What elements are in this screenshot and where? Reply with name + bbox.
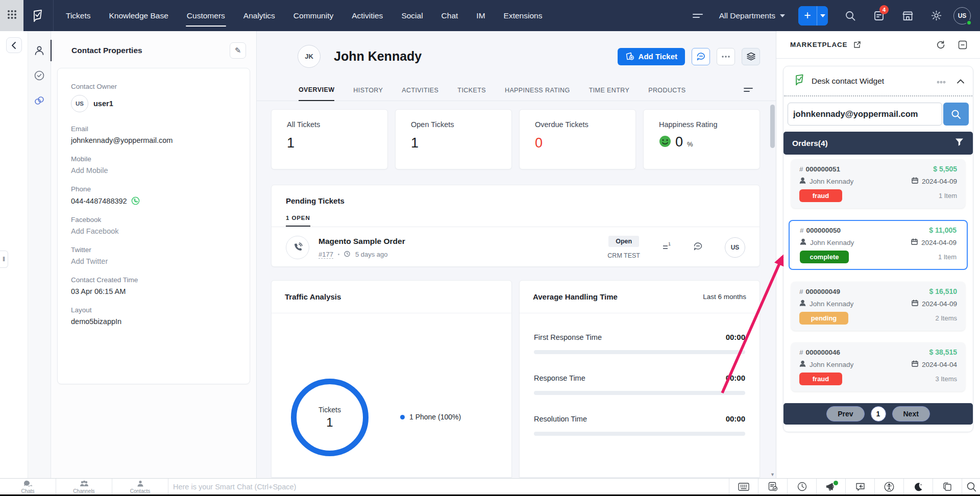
- tab-time-entry[interactable]: TIME ENTRY: [589, 87, 629, 101]
- pending-filter-open[interactable]: 1 OPEN: [286, 215, 310, 227]
- nav-item-social[interactable]: Social: [392, 0, 432, 31]
- ticket-comment-icon[interactable]: [693, 242, 703, 254]
- minimize-panel-icon[interactable]: [958, 40, 967, 49]
- tab-overview[interactable]: OVERVIEW: [299, 86, 334, 101]
- rail-tickets-status-icon[interactable]: [33, 69, 45, 82]
- bottom-tab-contacts[interactable]: Contacts: [112, 479, 168, 494]
- scrollbar-thumb[interactable]: [770, 105, 775, 148]
- nav-item-extensions[interactable]: Extensions: [495, 0, 552, 31]
- bottom-tab-chats[interactable]: Chats: [0, 479, 56, 494]
- order-row-selected[interactable]: #000000050 $ 11,005 John Kennady 2024-04…: [789, 220, 968, 270]
- time-range-selector[interactable]: Last 6 months: [703, 293, 746, 301]
- marketplace-store-icon[interactable]: [893, 0, 922, 31]
- metric-bar: [534, 350, 745, 354]
- metric-response: Response Time 00:00: [534, 374, 745, 395]
- zoho-desk-logo[interactable]: [30, 8, 45, 23]
- keyboard-icon[interactable]: [729, 479, 758, 494]
- history-icon[interactable]: [787, 479, 816, 494]
- apps-grid-button[interactable]: [0, 0, 23, 31]
- nav-item-im[interactable]: IM: [467, 0, 494, 31]
- search-icon[interactable]: [836, 0, 865, 31]
- order-row[interactable]: #000000046 $ 38,515 John Kennady 2024-04…: [791, 342, 965, 391]
- nav-item-activities[interactable]: Activities: [342, 0, 392, 31]
- prev-page-button[interactable]: Prev: [826, 406, 864, 421]
- department-selector[interactable]: All Departments: [712, 11, 792, 20]
- nav-item-tickets[interactable]: Tickets: [57, 0, 100, 31]
- order-amount: $ 38,515: [929, 348, 958, 356]
- tasks-icon[interactable]: [758, 479, 787, 494]
- tabs-overflow-icon[interactable]: [744, 85, 753, 101]
- rail-links-icon[interactable]: [33, 94, 45, 107]
- order-status-badge: pending: [799, 312, 848, 325]
- order-row[interactable]: #000000049 $ 16,510 John Kennady 2024-04…: [791, 282, 965, 331]
- scrollbar-down-arrow[interactable]: ▼: [770, 472, 775, 477]
- nav-item-community[interactable]: Community: [284, 0, 342, 31]
- order-number-prefix: #: [800, 227, 804, 234]
- copy-icon[interactable]: [933, 479, 962, 494]
- panel-resize-handle[interactable]: ‖: [0, 251, 8, 268]
- tab-products[interactable]: PRODUCTS: [648, 87, 685, 101]
- orders-filter-icon[interactable]: [954, 138, 964, 149]
- whatsapp-icon[interactable]: [131, 196, 140, 205]
- widget-search-button[interactable]: [943, 103, 969, 126]
- smart-chat-input[interactable]: [168, 483, 729, 491]
- edit-properties-button[interactable]: ✎: [230, 42, 246, 59]
- ticket-status-badge[interactable]: Open: [608, 236, 639, 247]
- tab-tickets[interactable]: TICKETS: [457, 87, 486, 101]
- order-row[interactable]: #000000051 $ 5,505 John Kennady 2024-04-…: [791, 159, 965, 208]
- widget-menu-icon[interactable]: [937, 77, 946, 86]
- rail-contact-icon[interactable]: [33, 44, 45, 57]
- next-page-button[interactable]: Next: [892, 406, 930, 421]
- announcement-icon[interactable]: [816, 479, 845, 494]
- more-actions-button[interactable]: [717, 48, 735, 65]
- feedback-icon[interactable]: [845, 479, 874, 494]
- tab-history[interactable]: HISTORY: [353, 87, 383, 101]
- quick-add-caret-button[interactable]: [817, 6, 828, 26]
- nav-item-knowledge-base[interactable]: Knowledge Base: [100, 0, 178, 31]
- add-ticket-button[interactable]: Add Ticket: [618, 48, 685, 65]
- bottom-tab-channels[interactable]: Channels: [56, 479, 112, 494]
- external-link-icon[interactable]: [853, 41, 861, 48]
- stat-all-tickets[interactable]: All Tickets 1: [271, 109, 388, 169]
- nav-item-analytics[interactable]: Analytics: [234, 0, 284, 31]
- stat-happiness-rating[interactable]: Happiness Rating 0 %: [643, 109, 760, 169]
- created-time-value: 03 Apr 06:15 AM: [71, 287, 236, 295]
- email-value[interactable]: johnkennady@yoppermail.com: [71, 136, 236, 144]
- metric-label: Resolution Time: [534, 415, 587, 423]
- widget-search-input[interactable]: [788, 103, 942, 126]
- ticket-id[interactable]: #177: [318, 251, 333, 259]
- nav-item-customers[interactable]: Customers: [178, 0, 234, 31]
- stat-suffix: %: [687, 140, 693, 148]
- user-avatar[interactable]: US: [953, 7, 971, 24]
- settings-gear-icon[interactable]: [922, 0, 950, 31]
- accessibility-icon[interactable]: [874, 479, 903, 494]
- ticket-row[interactable]: Magento Sample Order #177 5 days ago Ope…: [286, 227, 745, 268]
- widget-collapse-icon[interactable]: [957, 77, 964, 86]
- chat-with-contact-button[interactable]: [692, 48, 710, 65]
- nav-item-chat[interactable]: Chat: [432, 0, 468, 31]
- thread-count-icon[interactable]: 1: [662, 241, 672, 254]
- collapse-panel-button[interactable]: [6, 37, 22, 53]
- current-page-indicator[interactable]: 1: [871, 406, 886, 421]
- add-facebook-link[interactable]: Add Facebook: [71, 227, 236, 235]
- ticket-assignee-avatar[interactable]: US: [725, 237, 745, 258]
- dark-mode-icon[interactable]: [903, 479, 933, 494]
- add-twitter-link[interactable]: Add Twitter: [71, 257, 236, 265]
- page-title: John Kennady: [334, 49, 422, 64]
- stat-open-tickets[interactable]: Open Tickets 1: [395, 109, 512, 169]
- notifications-icon[interactable]: 4: [865, 0, 893, 31]
- main-scrollbar[interactable]: ▼: [770, 82, 775, 478]
- nav-overflow-icon[interactable]: [683, 13, 712, 19]
- ticket-title[interactable]: Magento Sample Order: [318, 237, 405, 246]
- add-mobile-link[interactable]: Add Mobile: [71, 166, 236, 175]
- refresh-icon[interactable]: [936, 40, 945, 49]
- stat-overdue-tickets[interactable]: Overdue Tickets 0: [519, 109, 636, 169]
- search-icon[interactable]: [962, 479, 980, 494]
- happy-smiley-icon: [659, 135, 671, 150]
- phone-value[interactable]: 044-4487488392: [71, 197, 127, 205]
- field-label: Phone: [71, 185, 236, 193]
- tab-activities[interactable]: ACTIVITIES: [402, 87, 438, 101]
- tab-happiness-rating[interactable]: HAPPINESS RATING: [505, 87, 570, 101]
- quick-add-button[interactable]: +: [798, 6, 817, 26]
- layers-button[interactable]: [742, 48, 760, 65]
